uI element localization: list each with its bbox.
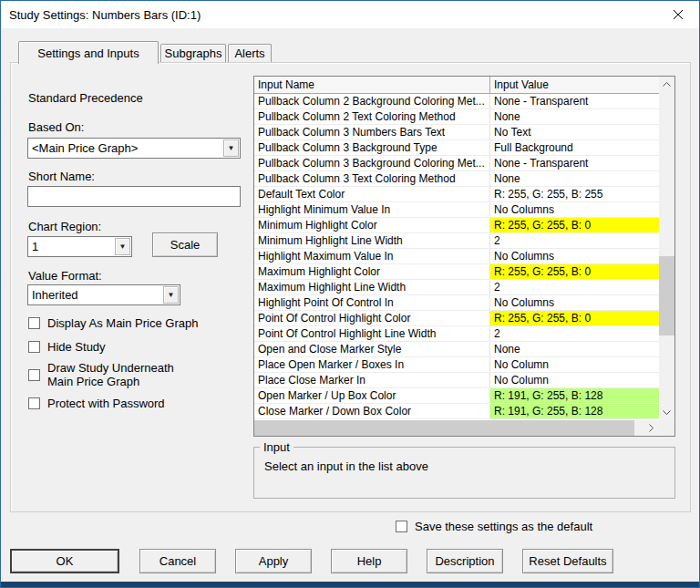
table-row[interactable]: Pullback Column 3 Background Coloring Me… bbox=[254, 156, 659, 171]
checkbox-display-as-main-price-graph[interactable]: Display As Main Price Graph bbox=[28, 316, 198, 330]
scale-button[interactable]: Scale bbox=[152, 232, 218, 257]
input-name-cell: Close Marker / Down Box Color bbox=[254, 404, 490, 418]
input-value-cell: None bbox=[490, 109, 659, 124]
table-row[interactable]: Pullback Column 3 Text Coloring Method N… bbox=[254, 171, 659, 187]
checkbox-draw-study-underneath[interactable]: Draw Study Underneath Main Price Graph bbox=[28, 361, 186, 388]
table-row[interactable]: Open and Close Marker Style None bbox=[254, 342, 659, 357]
input-name-cell: Pullback Column 3 Background Type bbox=[254, 140, 490, 155]
inputs-table: Input Name Input Value Pullback Column 2… bbox=[253, 76, 675, 437]
checkbox-box[interactable] bbox=[28, 369, 40, 381]
input-value-cell: R: 191, G: 255, B: 128 bbox=[490, 388, 659, 403]
column-header-input-value[interactable]: Input Value bbox=[490, 77, 659, 93]
scroll-down-button[interactable] bbox=[659, 405, 674, 420]
checkbox-label: Protect with Password bbox=[47, 397, 165, 410]
input-value-cell: R: 255, G: 255, B: 0 bbox=[490, 264, 659, 279]
checkbox-protect-with-password[interactable]: Protect with Password bbox=[28, 397, 165, 410]
based-on-select[interactable]: <Main Price Graph> ▼ bbox=[27, 138, 241, 159]
apply-button[interactable]: Apply bbox=[235, 549, 312, 573]
table-row[interactable]: Minimum Highlight Line Width 2 bbox=[254, 233, 659, 249]
reset-defaults-button[interactable]: Reset Defaults bbox=[522, 549, 613, 573]
tab-alerts[interactable]: Alerts bbox=[228, 44, 272, 62]
input-name-cell: Pullback Column 3 Background Coloring Me… bbox=[254, 156, 490, 170]
input-value-cell: R: 255, G: 255, B: 0 bbox=[490, 311, 659, 325]
input-name-cell: Highlight Maximum Value In bbox=[254, 249, 490, 263]
input-value-cell: 2 bbox=[490, 233, 659, 248]
dropdown-arrow-icon[interactable]: ▼ bbox=[223, 139, 239, 157]
dropdown-arrow-icon[interactable]: ▼ bbox=[115, 238, 130, 255]
input-value-cell: None - Transparent bbox=[490, 156, 659, 170]
window-bottom-border bbox=[1, 582, 699, 587]
table-row[interactable]: Pullback Column 2 Text Coloring Method N… bbox=[254, 109, 659, 125]
input-name-cell: Default Text Color bbox=[254, 187, 490, 201]
chart-region-label: Chart Region: bbox=[28, 220, 101, 233]
study-settings-dialog: Study Settings: Numbers Bars (ID:1) Sett… bbox=[0, 0, 700, 588]
input-name-cell: Point Of Control Highlight Line Width bbox=[254, 326, 490, 341]
input-group-message: Select an input in the list above bbox=[264, 459, 428, 473]
horizontal-scrollbar-thumb[interactable] bbox=[254, 420, 634, 436]
vertical-scrollbar-thumb[interactable] bbox=[659, 256, 674, 335]
table-row[interactable]: Minimum Highlight Color R: 255, G: 255, … bbox=[254, 218, 659, 233]
table-row[interactable]: Pullback Column 3 Numbers Bars Text No T… bbox=[254, 125, 659, 140]
table-row[interactable]: Close Marker / Down Box Color R: 191, G:… bbox=[254, 404, 659, 419]
table-row[interactable]: Pullback Column 3 Background Type Full B… bbox=[254, 140, 659, 156]
inputs-table-header[interactable]: Input Name Input Value bbox=[254, 77, 659, 94]
input-value-cell: None - Transparent bbox=[490, 94, 659, 108]
value-format-label: Value Format: bbox=[28, 269, 102, 283]
table-row[interactable]: Pullback Column 2 Background Coloring Me… bbox=[254, 94, 659, 109]
column-header-input-name[interactable]: Input Name bbox=[254, 77, 490, 93]
ok-button[interactable]: OK bbox=[10, 549, 119, 573]
table-row[interactable]: Maximum Highlight Color R: 255, G: 255, … bbox=[254, 264, 659, 280]
titlebar: Study Settings: Numbers Bars (ID:1) bbox=[1, 1, 699, 28]
tab-settings-and-inputs[interactable]: Settings and Inputs bbox=[18, 41, 159, 64]
table-row[interactable]: Place Open Marker / Boxes In No Column bbox=[254, 357, 659, 373]
save-default-checkbox[interactable]: Save these settings as the default bbox=[396, 520, 592, 533]
value-format-select[interactable]: Inherited ▼ bbox=[27, 284, 180, 305]
table-row[interactable]: Highlight Maximum Value In No Columns bbox=[254, 249, 659, 264]
input-name-cell: Highlight Point Of Control In bbox=[254, 295, 490, 310]
horizontal-scrollbar[interactable] bbox=[254, 420, 659, 436]
input-value-cell: No Column bbox=[490, 373, 659, 387]
cancel-button[interactable]: Cancel bbox=[139, 549, 216, 573]
window-title: Study Settings: Numbers Bars (ID:1) bbox=[9, 8, 201, 22]
input-name-cell: Pullback Column 2 Background Coloring Me… bbox=[254, 94, 490, 108]
help-button[interactable]: Help bbox=[331, 549, 407, 573]
input-value-cell: R: 255, G: 255, B: 255 bbox=[490, 187, 659, 201]
checkbox-box[interactable] bbox=[28, 341, 40, 353]
chart-region-select[interactable]: 1 ▼ bbox=[27, 236, 132, 257]
based-on-label: Based On: bbox=[28, 120, 84, 134]
tab-subgraphs[interactable]: Subgraphs bbox=[160, 44, 226, 62]
input-name-cell: Place Open Marker / Boxes In bbox=[254, 357, 490, 372]
chevron-down-icon bbox=[663, 410, 671, 415]
table-row[interactable]: Highlight Point Of Control In No Columns bbox=[254, 295, 659, 311]
input-value-cell: No Columns bbox=[490, 202, 659, 217]
vertical-scrollbar[interactable] bbox=[659, 77, 674, 420]
scroll-right-button[interactable] bbox=[643, 420, 659, 436]
input-name-cell: Pullback Column 3 Text Coloring Method bbox=[254, 171, 490, 186]
checkbox-hide-study[interactable]: Hide Study bbox=[28, 340, 106, 354]
input-value-cell: None bbox=[490, 342, 659, 356]
input-name-cell: Open and Close Marker Style bbox=[254, 342, 490, 356]
value-format-value: Inherited bbox=[32, 288, 78, 302]
dropdown-arrow-icon[interactable]: ▼ bbox=[163, 286, 179, 304]
input-name-cell: Minimum Highlight Color bbox=[254, 218, 490, 232]
tab-label: Settings and Inputs bbox=[37, 46, 139, 60]
input-name-cell: Point Of Control Highlight Color bbox=[254, 311, 490, 325]
table-row[interactable]: Point Of Control Highlight Line Width 2 bbox=[254, 326, 659, 342]
input-value-cell: No Columns bbox=[490, 295, 659, 310]
close-button[interactable] bbox=[657, 1, 698, 28]
table-row[interactable]: Default Text Color R: 255, G: 255, B: 25… bbox=[254, 187, 659, 202]
table-row[interactable]: Highlight Minimum Value In No Columns bbox=[254, 202, 659, 218]
description-button[interactable]: Description bbox=[427, 549, 503, 573]
short-name-input[interactable] bbox=[27, 186, 241, 207]
table-row[interactable]: Maximum Highlight Line Width 2 bbox=[254, 280, 659, 295]
table-row[interactable]: Place Close Marker In No Column bbox=[254, 373, 659, 388]
checkbox-box[interactable] bbox=[28, 317, 40, 329]
input-name-cell: Minimum Highlight Line Width bbox=[254, 233, 490, 248]
scroll-up-button[interactable] bbox=[659, 77, 674, 92]
checkbox-box[interactable] bbox=[28, 397, 40, 409]
table-row[interactable]: Point Of Control Highlight Color R: 255,… bbox=[254, 311, 659, 326]
checkbox-box[interactable] bbox=[396, 521, 407, 532]
table-row[interactable]: Open Marker / Up Box Color R: 191, G: 25… bbox=[254, 388, 659, 404]
scrollbar-corner bbox=[659, 420, 674, 436]
chart-region-value: 1 bbox=[32, 240, 38, 253]
